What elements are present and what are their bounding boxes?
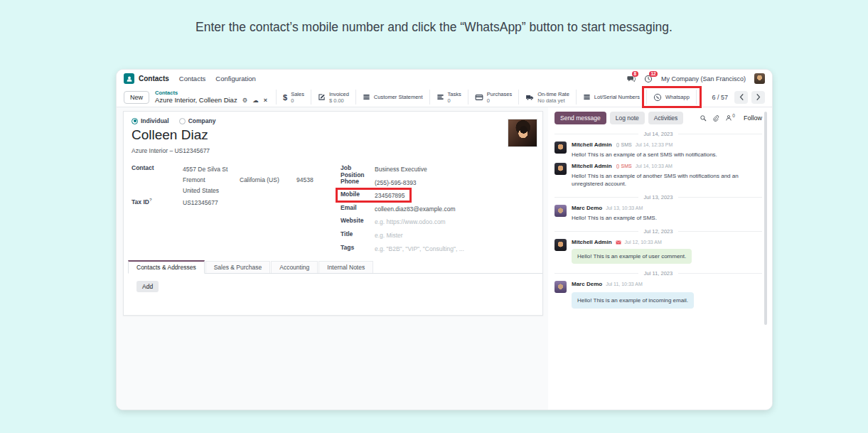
activities-button[interactable]: Activities <box>648 112 684 124</box>
stat-button-customer-statement[interactable]: Customer Statement <box>355 90 429 105</box>
tab-internal-notes[interactable]: Internal Notes <box>318 261 373 273</box>
fields-right-column: Job Position Business Executive Phone (2… <box>341 164 536 257</box>
stat-button-invoiced[interactable]: Invoiced$ 0.00 <box>311 90 355 105</box>
breadcrumb-parent[interactable]: Contacts <box>155 90 267 96</box>
follow-button[interactable]: Follow <box>744 114 762 122</box>
avatar-mitchell[interactable] <box>554 141 567 154</box>
job-value[interactable]: Business Executive <box>375 164 427 175</box>
tab-accounting[interactable]: Accounting <box>271 261 318 273</box>
pager-previous-button[interactable] <box>734 91 748 104</box>
field-job-position: Job Position Business Executive <box>341 164 536 178</box>
avatar-mitchell[interactable] <box>554 239 567 251</box>
address-street[interactable]: 4557 De Silva St <box>183 164 314 175</box>
stat-value: $ 0.00 <box>329 97 349 104</box>
stat-label: Whatsapp <box>665 94 690 100</box>
odoo-window: Contacts Contacts Configuration 8 12 My … <box>116 69 773 410</box>
contact-photo[interactable] <box>508 119 537 147</box>
company-switcher[interactable]: My Company (San Francisco) <box>661 75 746 82</box>
pencil-square-icon <box>318 93 326 101</box>
message-author[interactable]: Mitchell Admin <box>572 141 612 149</box>
radio-individual[interactable]: Individual <box>132 117 169 124</box>
sms-failed-tag[interactable]: SMS <box>616 163 632 170</box>
date-divider: Jul 11, 2023 <box>554 270 762 277</box>
discard-icon[interactable]: × <box>264 97 267 104</box>
activities-clock-icon[interactable]: 12 <box>644 75 653 83</box>
message-time: Jul 12, 10:33 AM <box>625 239 662 246</box>
tab-sales-purchase[interactable]: Sales & Purchase <box>205 261 271 273</box>
log-note-button[interactable]: Log note <box>610 112 645 124</box>
send-message-button[interactable]: Send message <box>554 112 606 124</box>
avatar-mitchell[interactable] <box>554 163 567 175</box>
message-time: Jul 13, 10:33 AM <box>606 205 643 212</box>
tax-id-value[interactable]: US12345677 <box>183 198 218 208</box>
form-view: Individual Company Colleen Diaz Azure In… <box>117 107 772 410</box>
contacts-app-icon[interactable] <box>124 73 134 84</box>
message-author[interactable]: Mitchell Admin <box>572 239 612 246</box>
tags-label: Tags <box>341 244 375 251</box>
help-icon: ? <box>149 198 152 202</box>
date-divider: Jul 13, 2023 <box>554 194 762 201</box>
add-button[interactable]: Add <box>136 281 159 292</box>
user-avatar[interactable] <box>754 73 765 84</box>
email-label: Email <box>341 204 375 211</box>
date-divider: Jul 12, 2023 <box>554 228 762 235</box>
address-country[interactable]: United States <box>183 186 314 196</box>
tab-contacts-addresses[interactable]: Contacts & Addresses <box>128 260 205 274</box>
tags-input[interactable]: e.g. "B2B", "VIP", "Consulting", ... <box>375 244 464 255</box>
field-title: Title e.g. Mister <box>341 230 536 244</box>
phone-value[interactable]: (255)-595-8393 <box>375 178 417 188</box>
email-value[interactable]: colleen.diaz83@example.com <box>375 204 456 215</box>
chatter-message: Marc Demo Jul 13, 10:33 AM Hello! This i… <box>554 205 762 222</box>
search-icon[interactable] <box>700 112 707 124</box>
stat-button-whatsapp[interactable]: Whatsapp <box>646 90 697 105</box>
gear-icon[interactable]: ⚙ <box>242 97 248 104</box>
chatter-message: Mitchell Admin SMS Jul 14, 12:33 PM Hell… <box>554 141 762 159</box>
stat-button-purchases[interactable]: Purchases0 <box>468 90 518 105</box>
contact-name[interactable]: Colleen Diaz <box>132 127 208 143</box>
message-time: Jul 14, 12:33 PM <box>636 141 673 149</box>
chatter-scrollbar[interactable] <box>764 112 767 325</box>
avatar-marc[interactable] <box>554 205 567 217</box>
app-name[interactable]: Contacts <box>139 75 169 82</box>
avatar-marc[interactable] <box>554 281 567 293</box>
paperclip-icon[interactable] <box>712 112 719 124</box>
followers-icon[interactable]: 0 <box>725 112 735 124</box>
menu-configuration[interactable]: Configuration <box>215 75 256 82</box>
chatter-message: Mitchell Admin SMS Jul 14, 10:33 AM Hell… <box>554 163 762 188</box>
stat-button-lot-serial[interactable]: Lot/Serial Numbers <box>576 90 646 105</box>
address-state[interactable]: California (US) <box>240 175 296 186</box>
address-city[interactable]: Fremont <box>183 175 240 186</box>
message-author[interactable]: Marc Demo <box>572 281 602 288</box>
stat-button-tasks[interactable]: Tasks0 <box>429 90 468 105</box>
control-panel: New Contacts Azure Interior, Colleen Dia… <box>117 87 772 107</box>
stat-button-sales[interactable]: $ Sales0 <box>276 90 311 105</box>
job-label: Job Position <box>341 164 375 178</box>
chatter-panel: Send message Log note Activities 0 Follo… <box>548 107 772 410</box>
address-value[interactable]: 4557 De Silva St Fremont California (US)… <box>183 164 314 196</box>
truck-icon <box>525 93 534 102</box>
message-text: Hello! This is an example of another SMS… <box>572 172 762 188</box>
instruction-text: Enter the contact’s mobile number and cl… <box>0 20 868 35</box>
field-email: Email colleen.diaz83@example.com <box>341 204 536 218</box>
cloud-save-icon[interactable]: ☁ <box>252 97 259 104</box>
messages-icon[interactable]: 8 <box>627 75 636 83</box>
date-divider: Jul 14, 2023 <box>554 131 762 137</box>
website-input[interactable]: e.g. https://www.odoo.com <box>375 217 446 228</box>
radio-company[interactable]: Company <box>179 117 216 124</box>
address-zip[interactable]: 94538 <box>296 175 314 186</box>
radio-selected-icon <box>132 118 138 124</box>
breadcrumb: Contacts Azure Interior, Colleen Diaz ⚙ … <box>155 90 267 104</box>
pager-counter: 6 / 57 <box>712 94 728 101</box>
mobile-value[interactable]: 234567895 <box>375 191 405 201</box>
menu-contacts[interactable]: Contacts <box>179 75 206 82</box>
title-input[interactable]: e.g. Mister <box>375 230 403 241</box>
message-text: Hello! This is an example of SMS. <box>572 214 657 222</box>
message-author[interactable]: Mitchell Admin <box>572 163 612 170</box>
tasks-icon <box>436 93 444 101</box>
company-type-selector: Individual Company <box>132 117 215 124</box>
message-author[interactable]: Marc Demo <box>572 205 602 212</box>
message-text: Hello! This is an example of user commen… <box>572 249 692 264</box>
new-button[interactable]: New <box>124 91 149 104</box>
pager-next-button[interactable] <box>751 91 765 104</box>
stat-button-ontime-rate[interactable]: On-time RateNo data yet <box>518 90 576 105</box>
